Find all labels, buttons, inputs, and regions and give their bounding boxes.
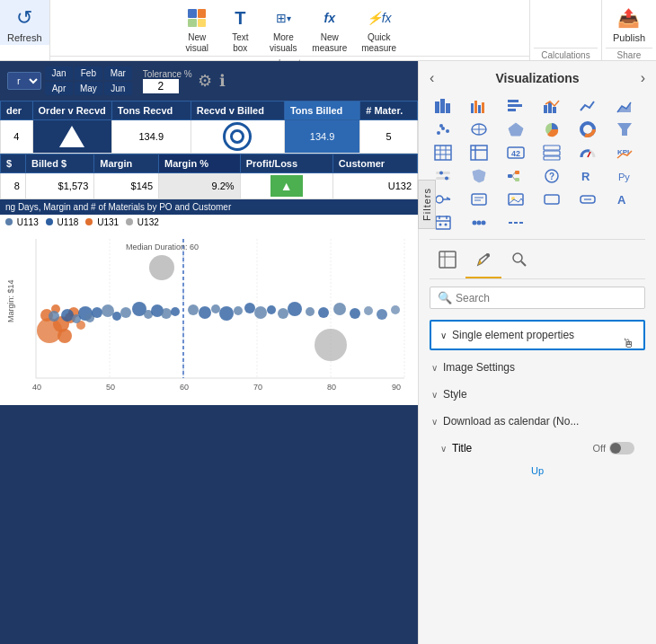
viz-icon-shape[interactable]: [538, 189, 565, 210]
chart-legend: U113 U118 U131 U132: [0, 215, 418, 230]
svg-rect-70: [508, 104, 522, 107]
refresh-button[interactable]: ↺ Refresh: [0, 0, 49, 45]
tab-analytics[interactable]: [501, 245, 537, 278]
viz-icon-qa[interactable]: ?: [538, 165, 565, 187]
viz-icon-map[interactable]: [465, 119, 492, 140]
customer-dropdown[interactable]: r: [7, 72, 41, 90]
quick-measure-button[interactable]: ⚡fx Quickmeasure: [354, 0, 403, 56]
viz-icon-decomp-tree[interactable]: [502, 165, 529, 187]
viz-icon-gauge[interactable]: [574, 142, 601, 163]
filters-tab[interactable]: Filters: [418, 180, 436, 229]
svg-rect-0: [188, 9, 197, 18]
share-group-label: Share: [606, 48, 652, 60]
viz-icon-multirow-card[interactable]: [538, 142, 565, 163]
tab-fields[interactable]: [430, 245, 465, 278]
viz-icon-smart-narrative[interactable]: [465, 189, 492, 210]
viz-icon-kpi[interactable]: KPI: [611, 142, 638, 163]
legend-u132: U132: [126, 217, 159, 227]
month-jun[interactable]: Jun: [104, 82, 132, 95]
viz-nav-right[interactable]: ›: [641, 70, 645, 86]
tolerance-box: Tolerance % 2: [143, 69, 192, 93]
publish-button[interactable]: 📤 Publish: [606, 0, 652, 45]
viz-icon-card[interactable]: 42: [502, 142, 529, 163]
viz-icon-bar-h[interactable]: [502, 95, 529, 117]
viz-icon-line-bar[interactable]: [538, 95, 565, 117]
filter-icon-btn[interactable]: ⚙: [196, 69, 214, 93]
lower-th-2: Margin: [94, 154, 159, 173]
viz-icon-text[interactable]: A: [611, 189, 638, 210]
svg-rect-68: [482, 102, 484, 113]
lower-row-0: 8 $1,573 $145 9.2% ▲ U132: [1, 173, 418, 199]
svg-line-143: [521, 261, 526, 266]
new-visual-icon: [184, 5, 209, 31]
upper-cell-0-3: [191, 120, 284, 154]
viz-icon-r-visual[interactable]: R: [574, 165, 601, 187]
viz-icon-python[interactable]: Py: [611, 165, 638, 187]
title-toggle-label: Off: [593, 443, 606, 454]
publish-label: Publish: [613, 32, 645, 43]
upper-row-0: 4 134.9 134.9: [1, 120, 418, 154]
title-toggle-switch[interactable]: Off: [593, 442, 634, 454]
svg-marker-87: [617, 123, 632, 136]
tab-format[interactable]: [465, 245, 501, 278]
svg-point-135: [477, 221, 482, 225]
svg-point-52: [288, 302, 302, 316]
viz-icon-matrix[interactable]: [465, 142, 492, 163]
image-settings-header[interactable]: ∨ Image Settings: [430, 356, 645, 379]
viz-icon-line[interactable]: [574, 95, 601, 117]
month-jan[interactable]: Jan: [45, 66, 73, 80]
viz-nav-left[interactable]: ‹: [430, 70, 434, 86]
viz-icon-donut[interactable]: [574, 119, 601, 140]
month-feb[interactable]: Feb: [75, 66, 102, 80]
viz-icon-line3[interactable]: [502, 212, 529, 234]
viz-icon-filled-map[interactable]: [502, 119, 529, 140]
style-header[interactable]: ∨ Style: [430, 383, 645, 406]
viz-icon-area[interactable]: [611, 95, 638, 117]
viz-icon-table[interactable]: [430, 142, 457, 163]
image-settings-label: Image Settings: [443, 361, 515, 374]
viz-icon-pie[interactable]: [538, 119, 565, 140]
viz-icon-clustered-bar[interactable]: [465, 95, 492, 117]
viz-icon-dots[interactable]: [465, 212, 492, 234]
svg-rect-88: [435, 146, 451, 160]
image-settings-chevron-icon: ∨: [431, 363, 438, 373]
viz-icon-button[interactable]: [574, 189, 601, 210]
legend-dot-u118: [46, 218, 53, 225]
upper-th-5: # Mater.: [360, 101, 418, 120]
download-calendar-chevron-icon: ∨: [431, 417, 438, 427]
svg-text:R: R: [581, 170, 590, 183]
viz-icon-stacked-bar[interactable]: [430, 95, 457, 117]
new-measure-button[interactable]: fx Newmeasure: [305, 0, 354, 56]
cursor-icon: 🖱: [622, 336, 634, 350]
svg-rect-62: [435, 101, 439, 113]
tolerance-value: 2: [143, 79, 179, 93]
upper-table: der Order v Recvd Tons Recvd Recvd v Bil…: [0, 101, 418, 154]
viz-icon-scatter[interactable]: [430, 119, 457, 140]
upper-th-0: der: [1, 101, 33, 120]
viz-icon-funnel[interactable]: [611, 119, 638, 140]
style-label: Style: [443, 388, 467, 401]
viz-icon-shape-map[interactable]: [465, 165, 492, 187]
legend-u131: U131: [85, 217, 119, 227]
viz-icon-image[interactable]: [502, 189, 529, 210]
month-apr[interactable]: Apr: [45, 82, 73, 95]
lower-cell-0-5: U132: [332, 173, 417, 199]
more-visuals-button[interactable]: ⊞▾ Morevisuals: [262, 0, 305, 56]
scroll-up-hint[interactable]: Up: [419, 462, 656, 480]
new-visual-button[interactable]: Newvisual: [175, 0, 218, 56]
search-input[interactable]: [456, 292, 637, 304]
single-element-props-header[interactable]: ∨ Single element properties 🖱: [431, 322, 643, 348]
upper-cell-0-2: 134.9: [111, 120, 191, 154]
download-calendar-header[interactable]: ∨ Download as calendar (No...: [430, 410, 645, 433]
svg-rect-93: [471, 146, 487, 160]
lower-th-5: Customer: [332, 154, 417, 173]
text-box-button[interactable]: T Textbox: [218, 0, 262, 56]
svg-point-49: [254, 306, 267, 319]
toggle-track: [609, 442, 634, 454]
svg-rect-64: [446, 103, 450, 113]
month-may[interactable]: May: [75, 82, 102, 95]
info-icon-btn[interactable]: ℹ: [217, 69, 227, 93]
refresh-icon: ↺: [12, 5, 37, 31]
title-label: Title: [452, 442, 472, 454]
month-mar[interactable]: Mar: [104, 66, 132, 80]
